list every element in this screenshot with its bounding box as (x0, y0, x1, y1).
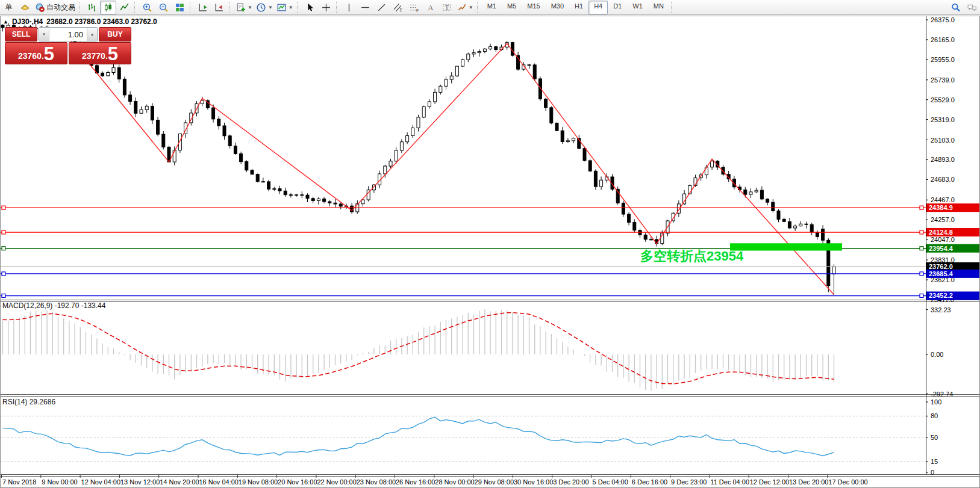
svg-text:E: E (399, 8, 402, 12)
dropdown-arrow-icon[interactable]: ▼ (268, 5, 273, 10)
timeframe-W1[interactable]: W1 (627, 1, 648, 14)
rsi-pane[interactable] (0, 397, 926, 475)
svg-text:11 Dec 04:00: 11 Dec 04:00 (710, 478, 749, 486)
candlestick-chart-button[interactable] (100, 1, 116, 14)
svg-text:23685.4: 23685.4 (929, 270, 953, 277)
zoom-out-button[interactable] (155, 1, 172, 14)
svg-text:14 Nov 20:00: 14 Nov 20:00 (160, 478, 199, 486)
dropdown-arrow-icon[interactable]: ▼ (469, 5, 473, 10)
toolbar-separator (229, 2, 231, 13)
text-button[interactable]: A (422, 1, 439, 14)
timeframe-D1[interactable]: D1 (608, 1, 627, 14)
auto-scroll-icon (214, 2, 224, 13)
trendline-button[interactable] (373, 1, 390, 14)
crosshair-button[interactable] (318, 1, 334, 14)
line-anchor-handle[interactable] (920, 272, 923, 276)
buy-price-main: 23770. (82, 49, 108, 63)
line-anchor-handle[interactable] (2, 272, 5, 276)
channel-button[interactable]: E (390, 1, 406, 14)
dropdown-arrow-icon[interactable]: ▼ (289, 5, 293, 10)
timeframe-H1[interactable]: H1 (569, 1, 588, 14)
svg-text:16 Nov 04:00: 16 Nov 04:00 (199, 478, 239, 486)
bar-chart-icon (87, 2, 97, 13)
buy-button[interactable]: BUY (99, 27, 131, 42)
green-highlight-box[interactable] (730, 243, 842, 250)
search-button[interactable] (947, 1, 964, 14)
svg-text:T: T (445, 4, 449, 10)
timeframe-M15[interactable]: M15 (522, 1, 545, 14)
price-label-chip: 23762.0 (926, 262, 979, 271)
svg-text:17 Dec 00:00: 17 Dec 00:00 (828, 478, 867, 486)
line-anchor-handle[interactable] (2, 247, 5, 250)
line-chart-button[interactable] (116, 1, 133, 14)
svg-text:F: F (416, 8, 419, 13)
templates-button[interactable]: ▼ (275, 1, 295, 14)
line-anchor-handle[interactable] (920, 247, 923, 250)
vertical-line-button[interactable] (341, 1, 357, 14)
svg-text:29 Nov 08:00: 29 Nov 08:00 (475, 478, 514, 486)
timeframe-M1[interactable]: M1 (482, 1, 502, 14)
tile-windows-button[interactable] (172, 1, 188, 14)
periods-button[interactable]: ▼ (254, 1, 275, 14)
autotrading-button[interactable]: 自动交易 (33, 1, 77, 14)
timeframe-H4[interactable]: H4 (588, 1, 608, 14)
price-label-chip: 24384.9 (926, 203, 979, 212)
chart-canvas[interactable]: 多空转折点2395426375.026165.025955.025739.025… (0, 0, 980, 488)
fibonacci-button[interactable]: F (406, 1, 422, 14)
volume-input[interactable]: 1.00 (49, 28, 87, 41)
svg-text:26165.0: 26165.0 (931, 36, 955, 43)
channel-icon: E (393, 2, 403, 13)
buy-price[interactable]: 23770. 5 (69, 42, 131, 64)
line-anchor-handle[interactable] (920, 206, 923, 209)
one-click-trading-panel: SELL ▼ 1.00 ▲ BUY 23760. 5 23770. 5 (5, 27, 131, 64)
price-label-chip: 23452.2 (926, 291, 979, 300)
new-chart-button[interactable]: ▼ (234, 1, 254, 14)
symbol-period: DJ30-,H4 (12, 17, 43, 26)
svg-text:23762.0: 23762.0 (929, 263, 953, 270)
svg-text:24467.0: 24467.0 (931, 196, 955, 203)
line-anchor-handle[interactable] (2, 230, 5, 234)
cursor-icon (305, 2, 315, 13)
svg-text:19 Nov 08:00: 19 Nov 08:00 (239, 478, 278, 486)
auto-scroll-button[interactable] (211, 1, 227, 14)
book-icon[interactable] (17, 1, 33, 14)
line-anchor-handle[interactable] (2, 206, 5, 209)
sell-price-big-digit: 5 (44, 45, 54, 63)
bar-chart-button[interactable] (84, 1, 100, 14)
main-chart-pane[interactable] (0, 16, 926, 301)
line-anchor-handle[interactable] (920, 230, 923, 234)
line-anchor-handle[interactable] (2, 294, 5, 297)
svg-text:22 Nov 00:00: 22 Nov 00:00 (317, 478, 356, 486)
new-order-button-label: 单 (5, 2, 13, 13)
timeframe-M30[interactable]: M30 (546, 1, 569, 14)
svg-text:13 Nov 12:00: 13 Nov 12:00 (120, 478, 160, 486)
collapse-panel-icon[interactable]: ▲ (3, 19, 8, 25)
search-icon (950, 2, 961, 13)
svg-text:-292.74: -292.74 (931, 391, 953, 398)
chat-button[interactable] (964, 1, 980, 14)
sell-price[interactable]: 23760. 5 (5, 42, 67, 64)
line-anchor-handle[interactable] (920, 294, 923, 297)
dropdown-arrow-icon[interactable]: ▼ (248, 5, 252, 10)
cursor-button[interactable] (302, 1, 318, 14)
volume-decrease-icon[interactable]: ▼ (39, 28, 49, 41)
zoom-in-button[interactable] (139, 1, 155, 14)
volume-increase-icon[interactable]: ▲ (87, 28, 97, 41)
new-order-button[interactable]: 单 (1, 1, 17, 14)
svg-text:9 Nov 00:00: 9 Nov 00:00 (42, 478, 77, 486)
sell-button[interactable]: SELL (5, 27, 37, 42)
timeframe-M5[interactable]: M5 (502, 1, 522, 14)
svg-text:25529.0: 25529.0 (931, 96, 955, 103)
svg-text:0.00: 0.00 (931, 351, 943, 358)
text-label-button[interactable]: T (439, 1, 455, 14)
timeframe-MN[interactable]: MN (648, 1, 669, 14)
horizontal-line-button[interactable] (357, 1, 373, 14)
price-label-chip: 23954.4 (926, 244, 979, 253)
arrows-button[interactable]: ▼ (455, 1, 475, 14)
svg-text:7 Nov 2018: 7 Nov 2018 (2, 478, 36, 486)
chart-shift-icon (198, 2, 208, 13)
svg-text:12 Dec 12:00: 12 Dec 12:00 (750, 478, 789, 486)
chart-shift-button[interactable] (195, 1, 211, 14)
toolbar-separator (79, 2, 81, 13)
macd-indicator-label: MACD(12,26,9) -192.70 -133.44 (2, 301, 105, 310)
